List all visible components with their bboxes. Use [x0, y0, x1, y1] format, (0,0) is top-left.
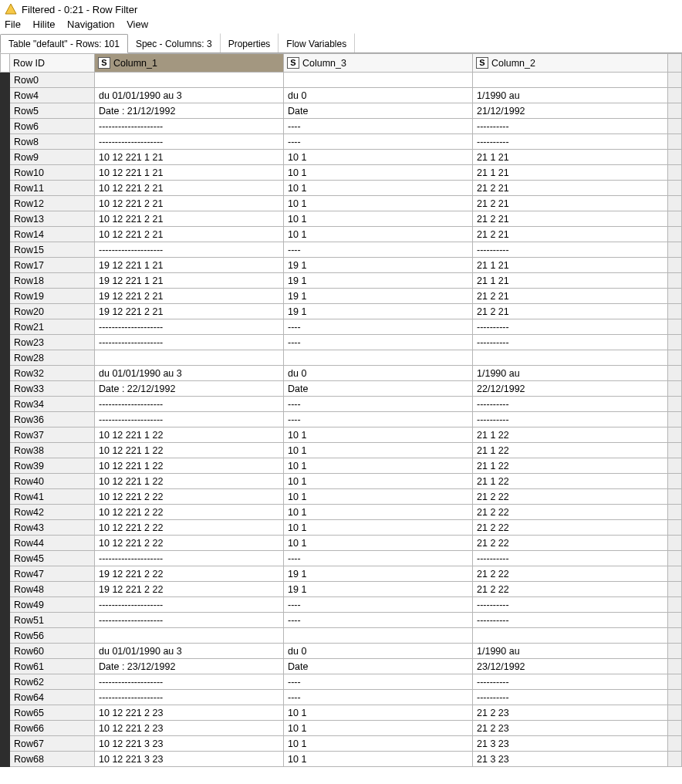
menu-view[interactable]: View [127, 19, 148, 30]
scrollbar-track[interactable] [668, 196, 682, 211]
table-row[interactable]: Row4210 12 221 2 2210 121 2 22 [1, 505, 682, 520]
scrollbar-track[interactable] [668, 566, 682, 582]
menu-hilite[interactable]: Hilite [33, 19, 56, 30]
scrollbar-track[interactable] [668, 165, 682, 181]
scrollbar-track[interactable] [668, 350, 682, 366]
scrollbar-track[interactable] [668, 397, 682, 412]
table-row[interactable]: Row1010 12 221 1 2110 121 1 21 [1, 165, 682, 181]
table-row[interactable]: Row62---------------------------------- [1, 674, 682, 690]
table-row[interactable]: Row6---------------------------------- [1, 119, 682, 134]
table-row[interactable]: Row15---------------------------------- [1, 242, 682, 258]
scrollbar-track[interactable] [668, 227, 682, 242]
table-row[interactable]: Row4310 12 221 2 2210 121 2 22 [1, 520, 682, 536]
tab-properties[interactable]: Properties [221, 33, 279, 52]
table-row[interactable]: Row1719 12 221 1 2119 121 1 21 [1, 258, 682, 273]
table-row[interactable]: Row34---------------------------------- [1, 397, 682, 412]
scrollbar-track[interactable] [668, 736, 682, 752]
scrollbar-track[interactable] [668, 88, 682, 103]
table-row[interactable]: Row3710 12 221 1 2210 121 1 22 [1, 427, 682, 443]
table-row[interactable]: Row4du 01/01/1990 au 3du 01/1990 au [1, 88, 682, 103]
tab-flow-variables[interactable]: Flow Variables [279, 33, 355, 52]
table-row[interactable]: Row21---------------------------------- [1, 319, 682, 335]
table-row[interactable]: Row28 [1, 350, 682, 366]
scrollbar-track[interactable] [668, 551, 682, 566]
table-row[interactable]: Row51---------------------------------- [1, 613, 682, 628]
table-row[interactable]: Row32du 01/01/1990 au 3du 01/1990 au [1, 366, 682, 381]
table-row[interactable]: Row36---------------------------------- [1, 412, 682, 427]
scrollbar-track[interactable] [668, 505, 682, 520]
table-row[interactable]: Row1819 12 221 1 2119 121 1 21 [1, 273, 682, 289]
scrollbar-track[interactable] [668, 73, 682, 88]
table-row[interactable]: Row4819 12 221 2 2219 121 2 22 [1, 582, 682, 597]
table-row[interactable]: Row6810 12 221 3 2310 121 3 23 [1, 752, 682, 767]
scrollbar-track[interactable] [668, 520, 682, 536]
table-row[interactable]: Row5Date : 21/12/1992Date21/12/1992 [1, 103, 682, 119]
scrollbar-track[interactable] [668, 489, 682, 505]
scrollbar-track[interactable] [668, 103, 682, 119]
scrollbar-track[interactable] [668, 582, 682, 597]
scrollbar-track[interactable] [668, 536, 682, 551]
table-row[interactable]: Row33Date : 22/12/1992Date22/12/1992 [1, 381, 682, 397]
table-row[interactable]: Row64---------------------------------- [1, 690, 682, 705]
header-column-1[interactable]: S Column_1 [95, 54, 284, 73]
scrollbar-track[interactable] [668, 443, 682, 458]
table-row[interactable]: Row45---------------------------------- [1, 551, 682, 566]
scrollbar-track[interactable] [668, 335, 682, 350]
scrollbar-track[interactable] [668, 628, 682, 644]
scrollbar-track[interactable] [668, 752, 682, 767]
scrollbar-track[interactable] [668, 211, 682, 227]
menu-file[interactable]: File [5, 19, 21, 30]
table-row[interactable]: Row3810 12 221 1 2210 121 1 22 [1, 443, 682, 458]
table-row[interactable]: Row1110 12 221 2 2110 121 2 21 [1, 181, 682, 196]
scrollbar-track[interactable] [668, 273, 682, 289]
scrollbar-track[interactable] [668, 381, 682, 397]
scrollbar-track[interactable] [668, 659, 682, 674]
menu-navigation[interactable]: Navigation [67, 19, 114, 30]
table-row[interactable]: Row1410 12 221 2 2110 121 2 21 [1, 227, 682, 242]
scrollbar-track[interactable] [668, 134, 682, 150]
header-column-2[interactable]: S Column_2 [473, 54, 668, 73]
table-row[interactable]: Row23---------------------------------- [1, 335, 682, 350]
table-row[interactable]: Row4410 12 221 2 2210 121 2 22 [1, 536, 682, 551]
table-row[interactable]: Row61Date : 23/12/1992Date23/12/1992 [1, 659, 682, 674]
scrollbar-track[interactable] [668, 181, 682, 196]
scrollbar-track[interactable] [668, 366, 682, 381]
scrollbar-track[interactable] [668, 119, 682, 134]
scrollbar-track[interactable] [668, 644, 682, 659]
tab-spec[interactable]: Spec - Columns: 3 [128, 33, 221, 52]
table-row[interactable]: Row1210 12 221 2 2110 121 2 21 [1, 196, 682, 211]
scrollbar-track[interactable] [668, 258, 682, 273]
table-row[interactable]: Row4719 12 221 2 2219 121 2 22 [1, 566, 682, 582]
scrollbar-track[interactable] [668, 721, 682, 736]
table-row[interactable]: Row0 [1, 73, 682, 88]
scrollbar-track[interactable] [668, 613, 682, 628]
scrollbar-track[interactable] [668, 304, 682, 319]
scrollbar-track[interactable] [668, 458, 682, 474]
table-row[interactable]: Row6510 12 221 2 2310 121 2 23 [1, 705, 682, 721]
scrollbar-track[interactable] [668, 412, 682, 427]
table-row[interactable]: Row910 12 221 1 2110 121 1 21 [1, 150, 682, 165]
header-column-3[interactable]: S Column_3 [284, 54, 473, 73]
table-row[interactable]: Row1310 12 221 2 2110 121 2 21 [1, 211, 682, 227]
header-rowid[interactable]: Row ID [10, 54, 95, 73]
scrollbar-track[interactable] [668, 690, 682, 705]
scrollbar-track[interactable] [668, 674, 682, 690]
table-row[interactable]: Row3910 12 221 1 2210 121 1 22 [1, 458, 682, 474]
table-row[interactable]: Row1919 12 221 2 2119 121 2 21 [1, 289, 682, 304]
table-row[interactable]: Row56 [1, 628, 682, 644]
scrollbar-track[interactable] [668, 150, 682, 165]
table-row[interactable]: Row6610 12 221 2 2310 121 2 23 [1, 721, 682, 736]
scrollbar-track[interactable] [668, 319, 682, 335]
table-row[interactable]: Row60du 01/01/1990 au 3du 01/1990 au [1, 644, 682, 659]
scrollbar-track[interactable] [668, 289, 682, 304]
table-row[interactable]: Row49---------------------------------- [1, 597, 682, 613]
table-row[interactable]: Row2019 12 221 2 2119 121 2 21 [1, 304, 682, 319]
scrollbar-track[interactable] [668, 705, 682, 721]
table-row[interactable]: Row6710 12 221 3 2310 121 3 23 [1, 736, 682, 752]
scrollbar-track[interactable] [668, 54, 682, 73]
table-row[interactable]: Row4010 12 221 1 2210 121 1 22 [1, 474, 682, 489]
scrollbar-track[interactable] [668, 242, 682, 258]
tab-table[interactable]: Table "default" - Rows: 101 [0, 34, 128, 53]
table-row[interactable]: Row4110 12 221 2 2210 121 2 22 [1, 489, 682, 505]
scrollbar-track[interactable] [668, 427, 682, 443]
